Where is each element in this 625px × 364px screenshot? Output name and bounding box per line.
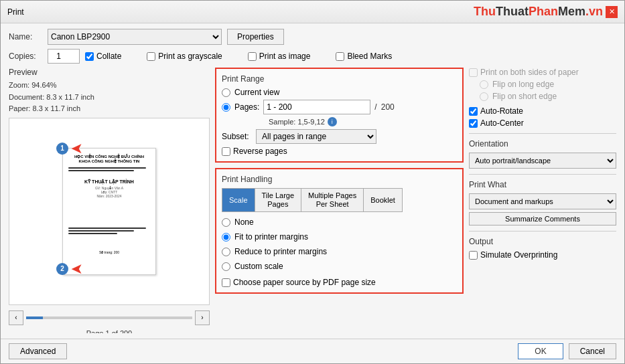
auto-rotate-label: Auto-Rotate — [480, 106, 523, 116]
prev-page-button[interactable]: ‹ — [9, 310, 23, 325]
content-line5 — [68, 233, 117, 234]
close-button[interactable]: ✕ — [606, 6, 618, 18]
cancel-button[interactable]: Cancel — [569, 343, 616, 359]
both-sides-row: Print on both sides of paper — [469, 68, 616, 77]
image-checkbox[interactable] — [248, 52, 257, 61]
advanced-button[interactable]: Advanced — [9, 343, 67, 359]
zoom-label: Zoom: — [9, 81, 29, 89]
bleed-checkbox[interactable] — [336, 52, 344, 61]
summarize-comments-button[interactable]: Summarize Comments — [469, 212, 616, 225]
page-preview: HỌC VIỆN CÔNG NGHỆ BƯU CHÍNHKHOA CÔNG NG… — [62, 148, 156, 275]
custom-scale-label: Custom scale — [234, 262, 283, 271]
auto-rotate-checkbox[interactable] — [469, 107, 478, 116]
reverse-pages-checkbox[interactable] — [222, 147, 230, 156]
fit-to-printer-radio[interactable] — [222, 233, 230, 242]
image-label: Print as image — [259, 52, 311, 61]
none-radio[interactable] — [222, 218, 230, 227]
scale-options: None Fit to printer margins Reduce to pr… — [222, 217, 457, 274]
page-indicator: Page 1 of 200 — [9, 329, 210, 333]
reduce-to-printer-row: Reduce to printer margins — [222, 247, 457, 256]
spacer2 — [68, 199, 150, 226]
output-section: Output Simulate Overprinting — [469, 237, 616, 260]
custom-scale-radio[interactable] — [222, 262, 230, 271]
info-icon[interactable]: i — [328, 117, 337, 126]
zoom-row: Zoom: 94.64% — [9, 80, 210, 92]
current-view-radio[interactable] — [222, 88, 230, 97]
collate-label: Collate — [96, 52, 121, 61]
preview-label: Preview — [9, 68, 210, 77]
brand-mem: Mem — [558, 5, 585, 18]
main-area: Preview Zoom: 94.64% Document: 8.3 x 11.… — [9, 68, 616, 333]
pages-input[interactable] — [263, 100, 370, 114]
print-handling-title: Print Handling — [222, 175, 457, 184]
title-bar-right: ThuThuatPhanMem.vn ✕ — [474, 5, 618, 19]
simulate-overprinting-row: Simulate Overprinting — [469, 250, 616, 260]
right-panel: Print on both sides of paper Flip on lon… — [469, 68, 616, 333]
divider3 — [469, 231, 616, 232]
choose-paper-label: Choose paper source by PDF page size — [233, 278, 376, 287]
print-dialog: Print ThuThuatPhanMem.vn ✕ Name: Canon L… — [0, 0, 625, 364]
preview-container: 1 ➤ HỌC VIỆN CÔNG NGHỆ BƯU CHÍNHKHOA CÔN… — [9, 118, 210, 305]
auto-center-label: Auto-Center — [480, 118, 524, 128]
printer-select[interactable]: Canon LBP2900 — [48, 29, 222, 45]
ok-button[interactable]: OK — [518, 343, 563, 359]
flip-short-label: Flip on short edge — [492, 92, 557, 101]
next-page-button[interactable]: › — [195, 310, 210, 325]
name-label: Name: — [9, 32, 42, 41]
reduce-to-printer-label: Reduce to printer margins — [234, 247, 327, 256]
copies-row: Copies: Collate Print as grayscale Print… — [9, 49, 616, 64]
page-content: HỌC VIỆN CÔNG NGHỆ BƯU CHÍNHKHOA CÔNG NG… — [68, 154, 150, 254]
print-what-title: Print What — [469, 180, 616, 189]
flip-short-radio — [480, 92, 488, 101]
pages-radio[interactable] — [222, 103, 230, 112]
tab-booklet[interactable]: Booklet — [363, 188, 403, 212]
dialog-title: Print — [7, 7, 24, 17]
output-title: Output — [469, 237, 616, 246]
sample-label: Sample: 1,5-9,12 — [269, 118, 325, 126]
tab-multiple-pages[interactable]: Multiple Pages Per Sheet — [301, 188, 364, 212]
badge1: 1 — [56, 143, 68, 155]
subset-select[interactable]: All pages in range Odd pages only Even p… — [256, 129, 376, 144]
orientation-title: Orientation — [469, 139, 616, 149]
zoom-value: 94.64% — [31, 81, 56, 89]
image-checkbox-row: Print as image — [248, 52, 311, 61]
bleed-label: Bleed Marks — [347, 52, 392, 61]
pages-label: Pages: — [234, 102, 259, 112]
fit-to-printer-label: Fit to printer margins — [234, 232, 308, 242]
page-slider[interactable] — [26, 316, 192, 319]
reverse-pages-row: Reverse pages — [222, 147, 457, 156]
paper-value: 8.3 x 11.7 inch — [32, 104, 80, 112]
name-row: Name: Canon LBP2900 Properties — [9, 29, 616, 45]
sub-title: GV: Nguyễn Văn ALớp: CNTTNăm: 2023-2024 — [68, 186, 150, 198]
copies-input[interactable] — [48, 49, 80, 64]
subset-label: Subset: — [222, 132, 252, 141]
divider1 — [469, 133, 616, 134]
bleed-checkbox-row: Bleed Marks — [336, 52, 392, 61]
choose-paper-checkbox[interactable] — [222, 278, 230, 287]
content-line3 — [68, 227, 146, 229]
subset-row: Subset: All pages in range Odd pages onl… — [222, 129, 457, 144]
left-panel: Preview Zoom: 94.64% Document: 8.3 x 11.… — [9, 68, 210, 333]
collate-checkbox[interactable] — [85, 52, 94, 61]
tab-tile-large[interactable]: Tile Large Pages — [255, 188, 302, 212]
simulate-overprinting-checkbox[interactable] — [469, 251, 478, 260]
print-handling-box: Print Handling Scale Tile Large Pages Mu… — [215, 168, 464, 294]
reduce-to-printer-radio[interactable] — [222, 248, 230, 256]
content-line1 — [68, 167, 146, 169]
document-row: Document: 8.3 x 11.7 inch — [9, 92, 210, 104]
brand-vn: .vn — [585, 5, 603, 18]
current-view-label: Current view — [234, 88, 279, 97]
orientation-select[interactable]: Auto portrait/landscape Portrait Landsca… — [469, 153, 616, 169]
custom-scale-row: Custom scale — [222, 262, 457, 271]
print-what-section: Print What Document and markups Document… — [469, 180, 616, 225]
tab-scale[interactable]: Scale — [222, 188, 255, 212]
both-sides-section: Print on both sides of paper Flip on lon… — [469, 68, 616, 128]
properties-button[interactable]: Properties — [227, 29, 284, 45]
document-label: Document: — [9, 93, 44, 101]
flip-long-row: Flip on long edge — [480, 80, 616, 89]
grayscale-checkbox[interactable] — [147, 52, 155, 61]
preview-info: Zoom: 94.64% Document: 8.3 x 11.7 inch P… — [9, 80, 210, 115]
choose-paper-row: Choose paper source by PDF page size — [222, 278, 457, 287]
print-what-select[interactable]: Document and markups Document Form field… — [469, 193, 616, 209]
auto-center-checkbox[interactable] — [469, 119, 478, 128]
